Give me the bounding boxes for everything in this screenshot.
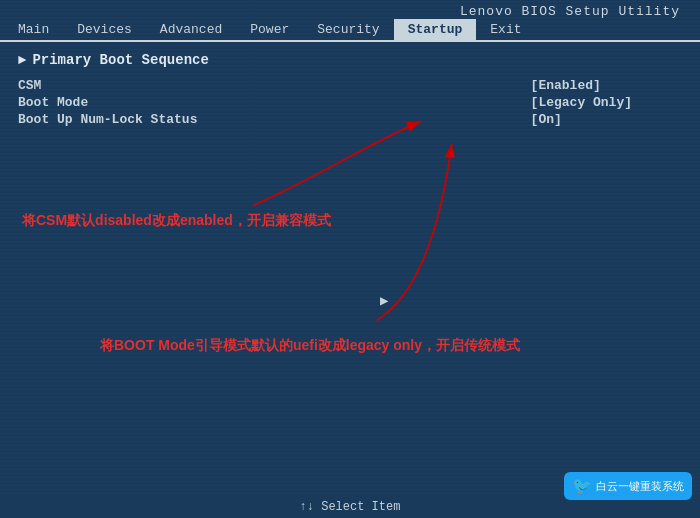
nav-item-power[interactable]: Power xyxy=(236,19,303,40)
watermark: 🐦 白云一键重装系统 xyxy=(564,472,692,500)
setting-value-1: [Legacy Only] xyxy=(531,95,632,110)
section-title: ► Primary Boot Sequence xyxy=(18,52,682,68)
section-title-text: Primary Boot Sequence xyxy=(32,52,208,68)
annotation-text-2: 将BOOT Mode引导模式默认的uefi改成legacy only，开启传统模… xyxy=(100,337,520,355)
nav-item-devices[interactable]: Devices xyxy=(63,19,146,40)
twitter-bird-icon: 🐦 xyxy=(572,476,592,496)
brand-title: Lenovo BIOS Setup Utility xyxy=(460,4,692,19)
mouse-cursor: ▶ xyxy=(380,292,388,309)
setting-label-1: Boot Mode xyxy=(18,95,197,110)
settings-container: CSMBoot ModeBoot Up Num-Lock Status[Enab… xyxy=(18,78,682,127)
bottom-label: ↑↓ Select Item xyxy=(300,500,401,514)
watermark-text: 白云一键重装系统 xyxy=(596,479,684,494)
nav-item-advanced[interactable]: Advanced xyxy=(146,19,236,40)
setting-label-0: CSM xyxy=(18,78,197,93)
nav-item-exit[interactable]: Exit xyxy=(476,19,535,40)
nav-item-startup[interactable]: Startup xyxy=(394,19,477,40)
nav-item-main[interactable]: Main xyxy=(4,19,63,40)
nav-divider xyxy=(0,40,700,42)
setting-value-2: [On] xyxy=(531,112,562,127)
nav-bar: MainDevicesAdvancedPowerSecurityStartupE… xyxy=(0,19,700,40)
nav-item-security[interactable]: Security xyxy=(303,19,393,40)
section-arrow: ► xyxy=(18,52,26,68)
content-wrapper: ► Primary Boot Sequence CSMBoot ModeBoot… xyxy=(0,42,700,500)
bios-screen: Lenovo BIOS Setup Utility MainDevicesAdv… xyxy=(0,0,700,518)
annotation-text-1: 将CSM默认disabled改成enabled，开启兼容模式 xyxy=(22,212,331,230)
content-area: ► Primary Boot Sequence CSMBoot ModeBoot… xyxy=(0,42,700,137)
setting-label-2: Boot Up Num-Lock Status xyxy=(18,112,197,127)
setting-value-0: [Enabled] xyxy=(531,78,601,93)
brand-header: Lenovo BIOS Setup Utility xyxy=(0,0,700,19)
